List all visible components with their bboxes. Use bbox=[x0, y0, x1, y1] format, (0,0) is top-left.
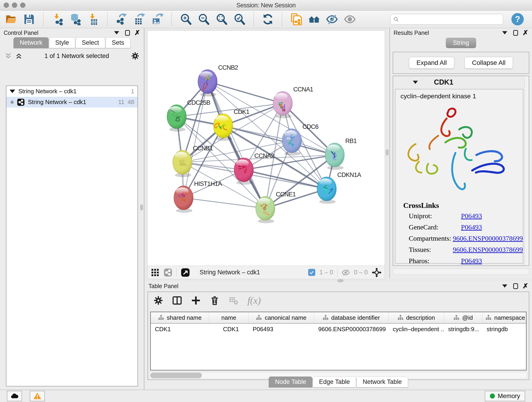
panel-close-icon[interactable]: ✗ bbox=[523, 29, 528, 36]
column-header-namespace[interactable]: namespace bbox=[482, 312, 526, 323]
table-options-gear-icon[interactable] bbox=[153, 296, 163, 305]
selected-nodes-checkbox[interactable] bbox=[308, 269, 315, 276]
table-row[interactable]: CDK1CDK1P064939606.ENSP00000378699cyclin… bbox=[151, 324, 526, 335]
network-options-gear-icon[interactable] bbox=[131, 52, 139, 60]
panel-dropdown-icon[interactable] bbox=[502, 284, 507, 288]
gene-collapse-icon[interactable] bbox=[413, 81, 418, 84]
cell-database-identifier[interactable]: 9606.ENSP00000378699 bbox=[314, 324, 389, 335]
results-horizontal-scrollbar[interactable] bbox=[393, 269, 529, 274]
tab-string[interactable]: String bbox=[446, 38, 476, 48]
grid-view-icon[interactable] bbox=[151, 268, 159, 277]
delete-column-trash-icon[interactable] bbox=[210, 296, 220, 305]
refresh-layout-button[interactable] bbox=[262, 13, 274, 26]
panel-dropdown-icon[interactable] bbox=[114, 31, 119, 34]
crosslink-link[interactable]: P06493 bbox=[461, 223, 482, 231]
results-vertical-scrollbar[interactable] bbox=[525, 76, 528, 265]
tab-style[interactable]: Style bbox=[49, 37, 75, 48]
cell-shared-name[interactable]: CDK1 bbox=[151, 324, 209, 335]
network-canvas[interactable]: CCNB2CCNA1CDC25BCDK1CDC6RB1CCNB1CCNA2CDK… bbox=[147, 31, 385, 266]
splitter-grip[interactable] bbox=[140, 204, 143, 211]
cell-namespace[interactable]: stringdb bbox=[482, 324, 526, 335]
warnings-button[interactable] bbox=[30, 391, 45, 401]
edge-ccna2-cdkn1a[interactable] bbox=[244, 170, 327, 189]
memory-button[interactable]: Memory bbox=[485, 391, 525, 401]
column-header-database-identifier[interactable]: database identifier bbox=[314, 312, 389, 323]
zoom-out-button[interactable] bbox=[197, 13, 210, 26]
tab-node-table[interactable]: Node Table bbox=[269, 376, 312, 387]
zoom-fit-button[interactable] bbox=[215, 13, 228, 26]
export-table-button[interactable] bbox=[133, 13, 146, 26]
crosslink-link[interactable]: 9606.ENSP00000378699 bbox=[453, 246, 523, 254]
crosslink-link[interactable]: 9606.ENSP00000378699 bbox=[453, 235, 523, 242]
edge-cdk1-rb1[interactable] bbox=[223, 126, 335, 155]
hide-graphics-button[interactable] bbox=[326, 13, 338, 26]
pan-crosshair-icon[interactable] bbox=[372, 268, 381, 277]
results-panel-title: Results Panel bbox=[394, 30, 429, 36]
tab-edge-table[interactable]: Edge Table bbox=[313, 376, 356, 387]
export-table-icon bbox=[133, 13, 146, 25]
save-session-button[interactable] bbox=[23, 13, 35, 26]
houses-button[interactable] bbox=[308, 13, 320, 26]
crosslink-link[interactable]: P06493 bbox=[461, 257, 482, 265]
splitter-grip[interactable] bbox=[386, 149, 389, 155]
export-image-button[interactable] bbox=[151, 13, 164, 26]
expand-all-button[interactable]: Expand All bbox=[409, 57, 454, 69]
gene-section-header[interactable]: CDK1 bbox=[393, 76, 529, 89]
collapse-all-chevron-icon[interactable] bbox=[5, 52, 12, 60]
column-header-description[interactable]: description bbox=[389, 312, 444, 323]
node-rb1[interactable]: RB1 bbox=[325, 138, 357, 170]
cell-@id[interactable]: stringdb:9... bbox=[444, 324, 482, 335]
search-box[interactable] bbox=[390, 14, 503, 25]
network-collection-row[interactable]: String Network – cdk1 1 bbox=[6, 86, 138, 97]
toolbar-separator bbox=[253, 12, 254, 26]
collection-expand-icon[interactable] bbox=[10, 89, 15, 93]
tab-network-table[interactable]: Network Table bbox=[356, 376, 408, 387]
tab-network[interactable]: Network bbox=[13, 37, 49, 48]
node-ccne1[interactable]: CCNE1 bbox=[256, 191, 296, 223]
tab-select[interactable]: Select bbox=[76, 37, 105, 48]
collapse-all-button[interactable]: Collapse All bbox=[464, 57, 513, 69]
open-session-button[interactable] bbox=[5, 13, 17, 26]
node-table[interactable]: shared namenamecanonical namedatabase id… bbox=[150, 312, 526, 370]
birdseye-view-icon[interactable] bbox=[181, 268, 190, 277]
tab-sets[interactable]: Sets bbox=[106, 37, 130, 48]
export-network-button[interactable] bbox=[115, 13, 128, 26]
cloud-button[interactable] bbox=[7, 391, 22, 401]
show-columns-icon[interactable] bbox=[172, 296, 182, 305]
edge-ccnb2-ccne1[interactable] bbox=[208, 82, 265, 208]
column-header-shared-name[interactable]: shared name bbox=[151, 312, 209, 323]
panel-dropdown-icon[interactable] bbox=[502, 31, 507, 34]
import-table-from-file-button[interactable] bbox=[87, 13, 99, 26]
panel-float-icon[interactable] bbox=[513, 283, 518, 289]
clone-network-button[interactable] bbox=[290, 13, 302, 26]
splitter-grip[interactable] bbox=[337, 279, 343, 282]
svg-text:CCNE1: CCNE1 bbox=[276, 191, 296, 198]
zoom-in-button[interactable] bbox=[180, 13, 192, 26]
network-row[interactable]: String Network – cdk1 11 48 bbox=[6, 97, 138, 108]
help-button[interactable]: ? bbox=[511, 13, 524, 26]
node-cdkn1a[interactable]: CDKN1A bbox=[317, 172, 361, 204]
expand-all-chevron-icon[interactable] bbox=[15, 52, 22, 60]
panel-close-icon[interactable]: ✗ bbox=[134, 29, 140, 36]
zoom-selected-button[interactable] bbox=[233, 13, 246, 26]
edge-ccnb2-ccna1[interactable] bbox=[208, 82, 283, 103]
cell-canonical-name[interactable]: P06493 bbox=[249, 324, 314, 335]
panel-close-icon[interactable]: ✗ bbox=[523, 283, 528, 289]
edge-hist1h1a-ccne1[interactable] bbox=[184, 198, 265, 208]
import-network-from-file-button[interactable] bbox=[51, 13, 64, 26]
panel-float-icon[interactable] bbox=[125, 30, 130, 36]
show-graphics-button[interactable] bbox=[344, 13, 356, 26]
column-header-@id[interactable]: @id bbox=[444, 312, 482, 323]
cell-description[interactable]: cyclin–dependent ... bbox=[389, 324, 444, 335]
column-header-name[interactable]: name bbox=[209, 312, 249, 323]
node-ccnb2[interactable]: CCNB2 bbox=[198, 64, 238, 96]
node-hist1h1a[interactable]: HIST1H1A bbox=[174, 180, 222, 213]
search-input[interactable] bbox=[401, 16, 500, 23]
cell-name[interactable]: CDK1 bbox=[209, 324, 249, 335]
network-share-icon[interactable] bbox=[164, 268, 172, 277]
crosslink-link[interactable]: P06493 bbox=[461, 212, 482, 220]
column-header-canonical-name[interactable]: canonical name bbox=[249, 312, 314, 323]
add-column-icon[interactable] bbox=[191, 296, 201, 305]
panel-float-icon[interactable] bbox=[513, 30, 518, 36]
import-network-from-database-button[interactable] bbox=[69, 13, 82, 26]
